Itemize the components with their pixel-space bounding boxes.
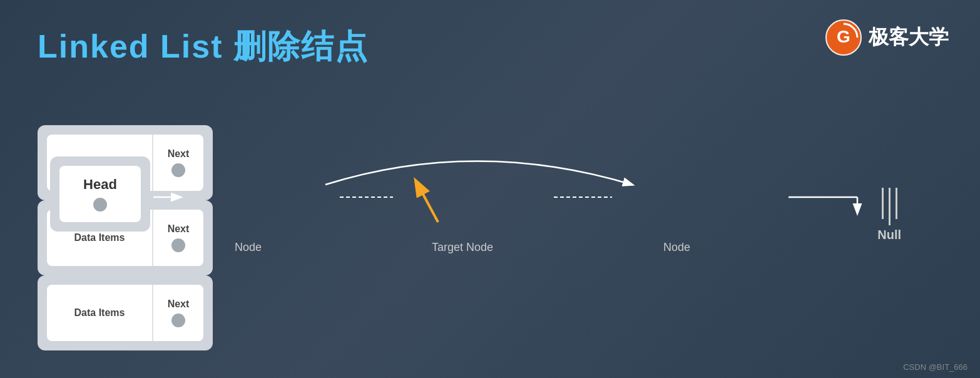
node3-next-part: Next <box>153 285 203 341</box>
node3-next-label: Next <box>168 299 190 310</box>
node3-data: Data Items <box>47 285 153 341</box>
logo-text: 极客大学 <box>869 24 949 51</box>
node3-label: Node <box>663 241 690 254</box>
head-label: Head <box>83 176 117 193</box>
null-line-1 <box>882 188 884 219</box>
node3-box: Data Items Next <box>38 275 213 350</box>
head-pointer <box>93 198 107 212</box>
head-inner: Head <box>59 166 141 222</box>
node2-next-part: Next <box>153 210 203 266</box>
svg-text:G: G <box>837 27 850 46</box>
node3-inner: Data Items Next <box>47 285 203 341</box>
watermark: CSDN @BIT_666 <box>903 362 967 372</box>
node2-pointer <box>171 238 185 252</box>
slide-title: Linked List 删除结点 <box>38 25 369 69</box>
node1-label: Node <box>235 241 262 254</box>
logo-icon: G <box>825 19 862 56</box>
null-line-3 <box>896 188 897 219</box>
null-line-2 <box>889 188 891 225</box>
node3-pointer <box>171 314 185 327</box>
node1-pointer <box>171 163 185 177</box>
slide: Linked List 删除结点 G 极客大学 <box>0 0 980 378</box>
logo: G 极客大学 <box>825 19 949 56</box>
node1-next-part: Next <box>153 135 203 191</box>
null-lines <box>882 188 897 225</box>
head-node: Head <box>50 156 150 232</box>
diagram: Head Data Items Next Data Items Next <box>38 125 939 313</box>
node2-next-label: Next <box>168 223 190 235</box>
null-symbol: Null <box>877 188 901 242</box>
node1-next-label: Next <box>168 148 190 160</box>
null-label: Null <box>877 228 901 242</box>
node2-label: Target Node <box>432 241 493 254</box>
